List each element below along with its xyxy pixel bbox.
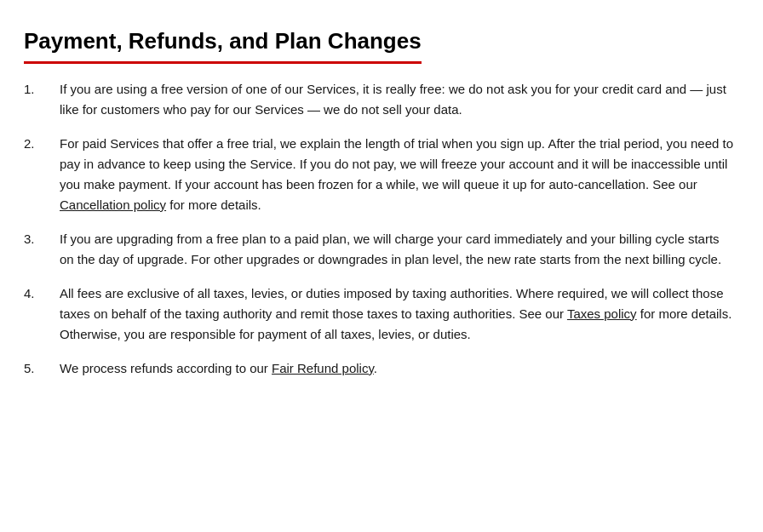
item-text-3: If you are upgrading from a free plan to… [60,229,736,270]
item-text-2: For paid Services that offer a free tria… [60,134,736,215]
list-item: All fees are exclusive of all taxes, lev… [24,283,736,345]
policy-list: If you are using a free version of one o… [24,79,736,379]
list-item: We process refunds according to our Fair… [24,358,736,379]
item-text-1: If you are using a free version of one o… [60,79,736,120]
item-text-5: We process refunds according to our Fair… [60,358,736,379]
list-item: If you are upgrading from a free plan to… [24,229,736,270]
list-item: For paid Services that offer a free tria… [24,134,736,215]
fair-refund-policy-link[interactable]: Fair Refund policy [272,361,374,375]
list-item: If you are using a free version of one o… [24,79,736,120]
taxes-policy-link[interactable]: Taxes policy [567,306,637,321]
page-title: Payment, Refunds, and Plan Changes [24,24,422,64]
cancellation-policy-link[interactable]: Cancellation policy [60,197,166,212]
item-text-4: All fees are exclusive of all taxes, lev… [60,283,736,345]
